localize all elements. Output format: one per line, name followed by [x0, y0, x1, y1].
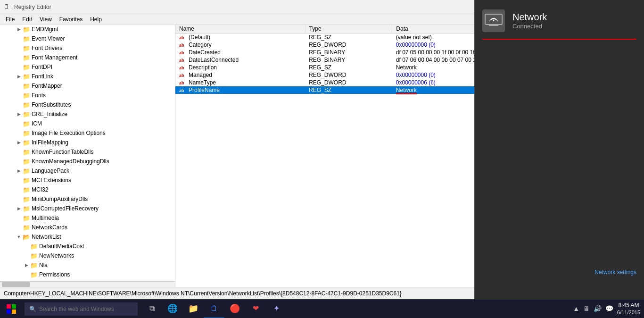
volume-icon[interactable]: 🔊 [594, 305, 602, 312]
tree-item-imageexec[interactable]: 📁 Image File Execution Options [0, 128, 175, 138]
window-title: Registry Editor [14, 4, 51, 10]
app5-button[interactable]: ❤ [245, 300, 266, 318]
windows-logo-icon [7, 304, 16, 314]
network-monitor-icon [482, 9, 505, 32]
tree-item-icm[interactable]: 📁 ICM [0, 119, 175, 128]
folder-icon: 📁 [23, 139, 30, 146]
folder-icon: 📁 [23, 73, 30, 80]
tree-item-fontmapper[interactable]: 📁 FontMapper [0, 81, 175, 91]
tray-up-icon[interactable]: ▲ [573, 305, 579, 312]
reg-icon: ab [179, 65, 187, 71]
folder-icon: 📁 [23, 149, 30, 156]
reg-icon: ab [179, 35, 187, 41]
tree-item-newnetworks[interactable]: 📁 NewNetworks [0, 251, 175, 260]
tree-item-defaultmediacost[interactable]: 📁 DefaultMediaCost [0, 242, 175, 251]
folder-icon: 📁 [23, 35, 30, 42]
app-icon: 🗒 [4, 3, 11, 11]
folder-icon: 📁 [23, 224, 30, 231]
tree-item-networklist[interactable]: ▼ 📂 NetworkList [0, 232, 175, 242]
tree-panel: ▶ 📁 EMDMgmt 📁 Event Viewer 📁 Font Driver… [0, 25, 175, 287]
tree-item-fonts[interactable]: 📁 Fonts [0, 91, 175, 100]
reg-icon: ab [179, 50, 187, 56]
col-type[interactable]: Type [305, 25, 392, 33]
tree-item-eventviewer[interactable]: 📁 Event Viewer [0, 34, 175, 43]
tree-item-inifile[interactable]: ▶ 📁 IniFileMapping [0, 138, 175, 147]
tree-item-fontmgmt[interactable]: 📁 Font Management [0, 53, 175, 62]
tree-item-multimedia[interactable]: 📁 Multimedia [0, 213, 175, 223]
explorer-icon: 📁 [188, 303, 198, 314]
explorer-button[interactable]: 📁 [183, 300, 204, 318]
hscrollbar-thumb[interactable] [2, 282, 30, 287]
svg-point-3 [493, 20, 495, 21]
menu-help[interactable]: Help [86, 14, 106, 25]
network-settings-link[interactable]: Network settings [594, 269, 636, 276]
tree-item-fontlink[interactable]: ▶ 📁 FontLink [0, 72, 175, 81]
reg-icon: ab [179, 42, 187, 48]
network-tray-icon[interactable]: 🖥 [583, 305, 590, 312]
network-popup: Network Connected Network settings [474, 0, 644, 299]
tree-item-nla[interactable]: ▶ 📁 Nla [0, 260, 175, 270]
status-path: Computer\HKEY_LOCAL_MACHINE\SOFTWARE\Mic… [4, 290, 402, 297]
network-popup-header: Network Connected [475, 0, 644, 37]
edge-icon: 🌐 [167, 303, 178, 314]
folder-icon: 📁 [23, 101, 30, 109]
col-name[interactable]: Name [175, 25, 305, 33]
reg-icon: ab [179, 88, 187, 93]
regedit-taskbar-icon: 🗒 [210, 304, 218, 313]
taskbar: 🔍 ⧉ 🌐 📁 🗒 🔴 ❤ ✦ ▲ 🖥 🔊 💬 8:45 AM [0, 299, 644, 318]
tree-item-fontsubst[interactable]: 📁 FontSubstitutes [0, 100, 175, 109]
network-divider [482, 39, 636, 40]
folder-icon: 📁 [23, 64, 30, 71]
folder-icon: 📁 [30, 243, 38, 250]
tree-item-mci32[interactable]: 📁 MCI32 [0, 185, 175, 194]
folder-icon: 📁 [23, 45, 30, 52]
folder-icon: 📁 [23, 215, 30, 222]
notification-icon[interactable]: 💬 [605, 305, 613, 312]
tree-item-langpack[interactable]: ▶ 📁 LanguagePack [0, 166, 175, 176]
folder-icon: 📁 [23, 83, 30, 90]
menu-edit[interactable]: Edit [18, 14, 36, 25]
folder-icon: 📁 [23, 130, 30, 137]
menu-file[interactable]: File [2, 14, 18, 25]
tree-item-networkcards[interactable]: 📁 NetworkCards [0, 223, 175, 232]
app5-icon: ❤ [253, 304, 259, 313]
network-popup-subtitle: Connected [512, 23, 636, 30]
start-button[interactable] [0, 300, 23, 318]
tree-item-minidump[interactable]: 📁 MiniDumpAuxiliaryDlls [0, 194, 175, 204]
tree-item-mciext[interactable]: 📁 MCI Extensions [0, 176, 175, 185]
regedit-button[interactable]: 🗒 [204, 300, 224, 318]
folder-icon: 📁 [23, 196, 30, 203]
taskview-button[interactable]: ⧉ [141, 300, 162, 318]
search-input[interactable] [39, 306, 133, 312]
menu-favorites[interactable]: Favorites [56, 14, 86, 25]
chrome-button[interactable]: 🔴 [224, 300, 245, 318]
tree-item-fontdrivers[interactable]: 📁 Font Drivers [0, 43, 175, 53]
search-icon: 🔍 [29, 306, 36, 312]
tree-item-gre[interactable]: ▶ 📁 GRE_Initialize [0, 109, 175, 119]
tree-item-knownfunc[interactable]: 📁 KnownFunctionTableDlls [0, 147, 175, 157]
reg-icon: ab [179, 80, 187, 86]
time-display: 8:45 AM [617, 302, 640, 310]
folder-icon: 📁 [23, 167, 30, 175]
tree-item-emdmgmt[interactable]: ▶ 📁 EMDMgmt [0, 25, 175, 34]
folder-icon: 📁 [23, 111, 30, 118]
app6-button[interactable]: ✦ [266, 300, 287, 318]
edge-button[interactable]: 🌐 [162, 300, 183, 318]
app6-icon: ✦ [273, 304, 280, 313]
reg-icon: ab [179, 58, 187, 63]
tree-hscrollbar[interactable] [0, 281, 175, 287]
taskview-icon: ⧉ [149, 304, 155, 313]
tree-item-knownmanaged[interactable]: 📁 KnownManagedDebuggingDlls [0, 157, 175, 166]
tree-item-msicorrupt[interactable]: ▶ 📁 MsiCorruptedFileRecovery [0, 204, 175, 213]
tree-scroll[interactable]: ▶ 📁 EMDMgmt 📁 Event Viewer 📁 Font Driver… [0, 25, 175, 281]
menu-view[interactable]: View [36, 14, 56, 25]
folder-icon: 📁 [23, 158, 30, 165]
svg-rect-0 [485, 14, 502, 25]
search-box[interactable]: 🔍 [25, 302, 138, 316]
tree-item-permissions[interactable]: 📁 Permissions [0, 270, 175, 279]
folder-icon: 📁 [23, 54, 30, 61]
chrome-icon: 🔴 [230, 303, 240, 314]
tree-item-fontdpi[interactable]: 📁 FontDPI [0, 62, 175, 72]
time-block[interactable]: 8:45 AM 6/11/2015 [617, 302, 640, 316]
taskbar-right: ▲ 🖥 🔊 💬 8:45 AM 6/11/2015 [569, 302, 644, 316]
